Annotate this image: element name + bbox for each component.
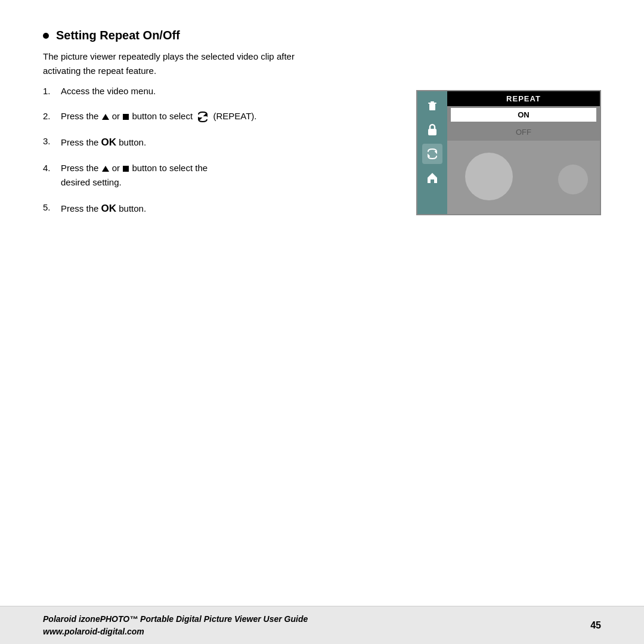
step-2: 2. Press the or button to select (REPEAT… [43,109,392,123]
decorative-shape-1 [465,153,513,200]
menu-header: REPEAT [447,91,600,106]
bullet-icon [43,33,49,39]
footer-brand-line: Polaroid izonePHOTO™ Portable Digital Pi… [43,613,308,626]
step-3: 3. Press the OK button. [43,134,392,150]
footer-brand: Polaroid izonePHOTO™ [43,614,140,624]
square-icon [123,114,129,120]
decorative-shape-2 [558,165,588,194]
step-3-num: 3. [43,134,61,150]
ok-label-5: OK [101,203,117,214]
intro-paragraph: The picture viewer repeatedly plays the … [43,49,532,78]
lock-icon [422,120,442,140]
menu-option-on: ON [451,108,596,122]
svg-rect-1 [428,103,436,104]
step-3-text: Press the OK button. [61,134,392,150]
section-title: Setting Repeat On/Off [43,29,601,42]
step-4-num: 4. [43,161,61,190]
trash-icon [422,96,442,116]
footer-left: Polaroid izonePHOTO™ Portable Digital Pi… [43,613,308,638]
repeat-menu-icon [422,144,442,164]
steps-list: 1. Access the video menu. 2. Press the o… [43,84,392,227]
step-5: 5. Press the OK button. [43,200,392,216]
sidebar-menu [417,91,447,214]
step-1-text: Access the video menu. [61,84,392,98]
svg-rect-0 [429,104,435,110]
footer-page-number: 45 [590,620,601,631]
svg-rect-3 [428,129,436,135]
repeat-icon [196,110,209,123]
footer-url-line: www.polaroid-digital.com [43,626,308,638]
triangle-up-icon-2 [102,166,109,172]
triangle-up-icon [102,114,109,120]
footer-url: www.polaroid-digital.com [43,627,144,636]
step-5-num: 5. [43,200,61,216]
svg-rect-2 [431,101,434,103]
image-preview [447,141,600,214]
menu-option-off: OFF [451,125,596,139]
home-icon [422,168,442,188]
step-1-num: 1. [43,84,61,98]
footer-description: Portable Digital Picture Viewer User Gui… [140,614,308,624]
step-5-text: Press the OK button. [61,200,392,216]
step-1: 1. Access the video menu. [43,84,392,98]
main-panel: REPEAT ON OFF [447,91,600,214]
step-4-text: Press the or button to select the desire… [61,161,392,190]
step-4: 4. Press the or button to select the des… [43,161,392,190]
step-2-num: 2. [43,109,61,123]
square-icon-2 [123,166,129,172]
section-title-text: Setting Repeat On/Off [56,29,180,42]
camera-screenshot: REPEAT ON OFF [416,90,601,215]
step-2-text: Press the or button to select (REPEAT). [61,109,392,123]
footer: Polaroid izonePHOTO™ Portable Digital Pi… [0,606,644,644]
ok-label-3: OK [101,137,117,148]
